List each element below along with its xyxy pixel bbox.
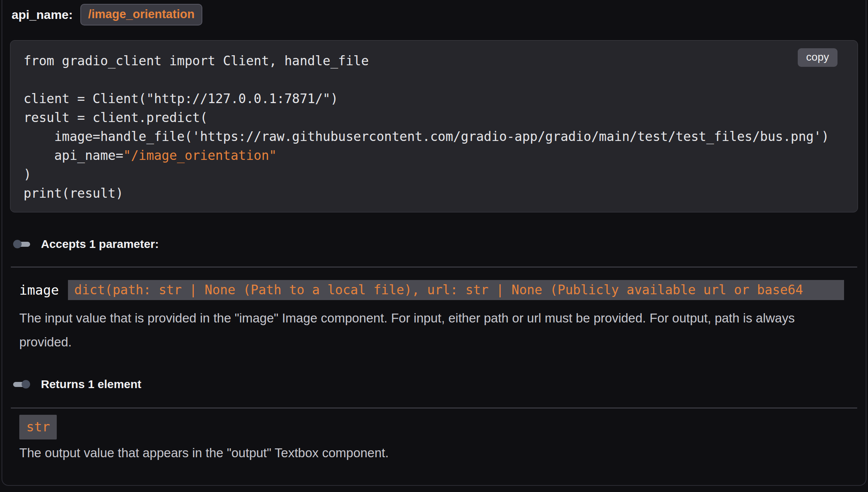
returns-section-heading: Returns 1 element bbox=[13, 377, 858, 392]
code-api-name-prefix: api_name= bbox=[24, 148, 123, 163]
code-line: result = client.predict( bbox=[24, 108, 858, 127]
endpoint-panel: api_name: /image_orientation copy from g… bbox=[2, 0, 866, 486]
code-snippet-block: copy from gradio_client import Client, h… bbox=[10, 40, 858, 212]
return-description: The output value that appears in the "ou… bbox=[19, 443, 835, 463]
accepts-section-heading: Accepts 1 parameter: bbox=[13, 236, 858, 252]
endpoint-name-badge[interactable]: /image_orientation bbox=[80, 4, 202, 25]
code-line: image=handle_file('https://raw.githubuse… bbox=[24, 127, 858, 146]
parameter-name: image bbox=[19, 282, 59, 298]
code-line bbox=[24, 70, 858, 89]
copy-button[interactable]: copy bbox=[798, 48, 837, 67]
api-name-header: api_name: /image_orientation bbox=[12, 0, 858, 25]
api-name-label: api_name: bbox=[12, 8, 73, 22]
parameter-row: image dict(path: str | None (Path to a l… bbox=[19, 280, 844, 300]
code-line: from gradio_client import Client, handle… bbox=[24, 51, 858, 70]
python-code: from gradio_client import Client, handle… bbox=[24, 51, 858, 203]
parameter-description: The input value that is provided in the … bbox=[19, 306, 834, 354]
code-line: ) bbox=[24, 165, 858, 184]
accepts-heading-text: Accepts 1 parameter: bbox=[41, 238, 159, 251]
returns-heading-text: Returns 1 element bbox=[41, 378, 141, 391]
parameter-type-chip: dict(path: str | None (Path to a local f… bbox=[68, 280, 844, 300]
input-parameter-icon bbox=[13, 239, 30, 249]
section-divider bbox=[11, 266, 857, 268]
return-type-chip: str bbox=[19, 415, 57, 439]
return-type-row: str bbox=[10, 409, 858, 439]
output-element-icon bbox=[13, 380, 30, 389]
code-api-name-value: "/image_orientation" bbox=[123, 148, 276, 163]
code-line: api_name="/image_orientation" bbox=[24, 146, 858, 165]
code-line: print(result) bbox=[24, 184, 858, 203]
code-line: client = Client("http://127.0.0.1:7871/"… bbox=[24, 89, 858, 108]
api-docs-page: api_name: /image_orientation copy from g… bbox=[0, 0, 868, 492]
